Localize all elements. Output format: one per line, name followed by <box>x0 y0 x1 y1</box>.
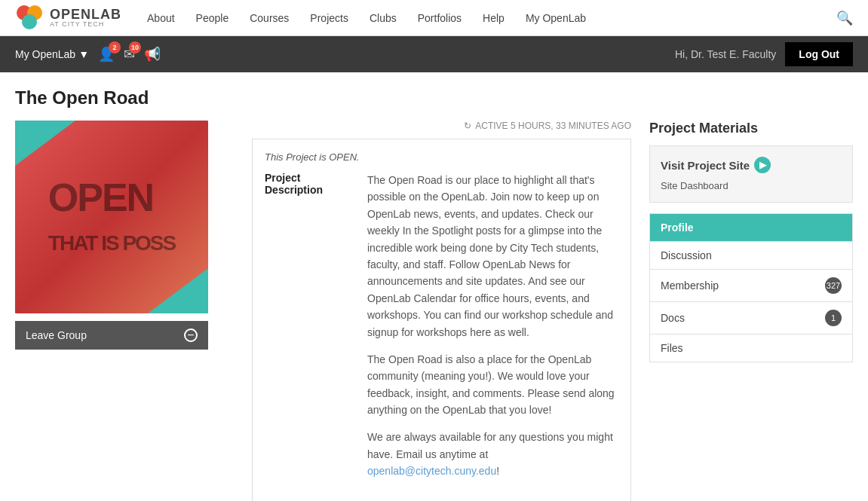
profile-menu: Profile Discussion Membership 327 Docs 1 <box>649 213 853 362</box>
sidebar-item-membership[interactable]: Membership 327 <box>650 270 852 302</box>
docs-label: Docs <box>661 312 685 324</box>
project-materials-box: Visit Project Site ▶ Site Dashboard <box>649 145 853 203</box>
nav-my-openlab[interactable]: My OpenLab <box>515 0 597 36</box>
sidebar-item-files[interactable]: Files <box>650 335 852 362</box>
openlab-logo-icon <box>15 4 44 32</box>
project-image: OPENTHAT IS POSS <box>15 121 208 313</box>
sidebar-item-docs[interactable]: Docs 1 <box>650 302 852 335</box>
visit-project-site-link[interactable]: Visit Project Site ▶ <box>661 157 842 173</box>
right-column: Project Materials Visit Project Site ▶ S… <box>649 121 853 501</box>
friend-badge: 2 <box>109 41 121 53</box>
nav-people[interactable]: People <box>186 0 240 36</box>
image-text: OPENTHAT IS POSS <box>48 178 175 256</box>
left-column: OPENTHAT IS POSS Leave Group − <box>15 121 234 501</box>
logo-sub-text: AT CITY TECH <box>50 21 121 28</box>
site-dashboard-link[interactable]: Site Dashboard <box>661 180 728 191</box>
desc-para-2: The Open Road is also a place for the Op… <box>367 351 618 419</box>
search-icon[interactable]: 🔍 <box>836 10 853 26</box>
project-card: This Project is OPEN. Project Descriptio… <box>252 139 631 501</box>
chevron-down-icon: ▼ <box>78 48 89 60</box>
visit-site-label: Visit Project Site <box>661 159 750 172</box>
active-status: ↻ ACTIVE 5 HOURS, 33 MINUTES AGO <box>252 121 631 131</box>
leave-group-label: Leave Group <box>26 329 87 341</box>
sidebar-title: Project Materials <box>649 121 853 136</box>
project-description-text: The Open Road is our place to highlight … <box>367 172 618 490</box>
my-openlab-dropdown[interactable]: My OpenLab ▼ <box>15 48 89 60</box>
project-description-row: Project Description The Open Road is our… <box>265 172 618 490</box>
logo[interactable]: OPENLAB AT CITY TECH <box>15 4 121 32</box>
nav-portfolios[interactable]: Portfolios <box>407 0 472 36</box>
project-description-label: Project Description <box>265 172 355 490</box>
membership-label: Membership <box>661 280 719 292</box>
logo-openlab-text: OPENLAB <box>50 8 121 21</box>
sidebar-item-profile[interactable]: Profile <box>650 214 852 242</box>
friend-requests-icon[interactable]: 👤 2 <box>98 46 115 63</box>
refresh-icon: ↻ <box>464 121 471 131</box>
nav-courses[interactable]: Courses <box>239 0 299 36</box>
sec-nav-right: Hi, Dr. Test E. Faculty Log Out <box>675 42 853 66</box>
logout-button[interactable]: Log Out <box>785 42 853 66</box>
project-open-label: This Project is OPEN. <box>265 151 618 163</box>
nav-help[interactable]: Help <box>472 0 515 36</box>
desc-para-3: We are always available for any question… <box>367 429 618 479</box>
announcements-icon[interactable]: 📢 <box>144 46 161 63</box>
svg-point-2 <box>22 14 37 29</box>
docs-count: 1 <box>825 310 842 326</box>
leave-group-button[interactable]: Leave Group − <box>15 321 208 350</box>
main-layout: OPENTHAT IS POSS Leave Group − ↻ ACTIVE … <box>15 121 853 501</box>
leave-group-icon: − <box>184 328 198 342</box>
active-status-text: ACTIVE 5 HOURS, 33 MINUTES AGO <box>475 121 631 131</box>
logo-text: OPENLAB AT CITY TECH <box>50 8 121 28</box>
center-column: ↻ ACTIVE 5 HOURS, 33 MINUTES AGO This Pr… <box>252 121 631 501</box>
membership-count: 327 <box>825 277 842 294</box>
nav-clubs[interactable]: Clubs <box>359 0 407 36</box>
nav-about[interactable]: About <box>136 0 186 36</box>
page-title: The Open Road <box>15 87 853 108</box>
secondary-navigation: My OpenLab ▼ 👤 2 ✉ 10 📢 Hi, Dr. Test E. … <box>0 36 868 72</box>
nav-projects[interactable]: Projects <box>299 0 359 36</box>
page-content: The Open Road OPENTHAT IS POSS Leave Gro… <box>0 72 868 501</box>
sec-nav-left: My OpenLab ▼ 👤 2 ✉ 10 📢 <box>15 46 161 63</box>
discussion-label: Discussion <box>661 249 712 261</box>
profile-label: Profile <box>661 221 694 234</box>
top-navigation: OPENLAB AT CITY TECH About People Course… <box>0 0 868 36</box>
greeting-text: Hi, Dr. Test E. Faculty <box>675 48 776 60</box>
email-link[interactable]: openlab@citytech.cuny.edu <box>367 465 496 477</box>
main-nav: About People Courses Projects Clubs Port… <box>136 0 836 36</box>
my-openlab-label: My OpenLab <box>15 48 75 60</box>
messages-icon[interactable]: ✉ 10 <box>124 46 135 63</box>
desc-para-1: The Open Road is our place to highlight … <box>367 172 618 341</box>
sidebar-item-discussion[interactable]: Discussion <box>650 242 852 270</box>
visit-site-icon: ▶ <box>754 157 771 173</box>
files-label: Files <box>661 342 683 354</box>
message-badge: 10 <box>129 41 141 53</box>
